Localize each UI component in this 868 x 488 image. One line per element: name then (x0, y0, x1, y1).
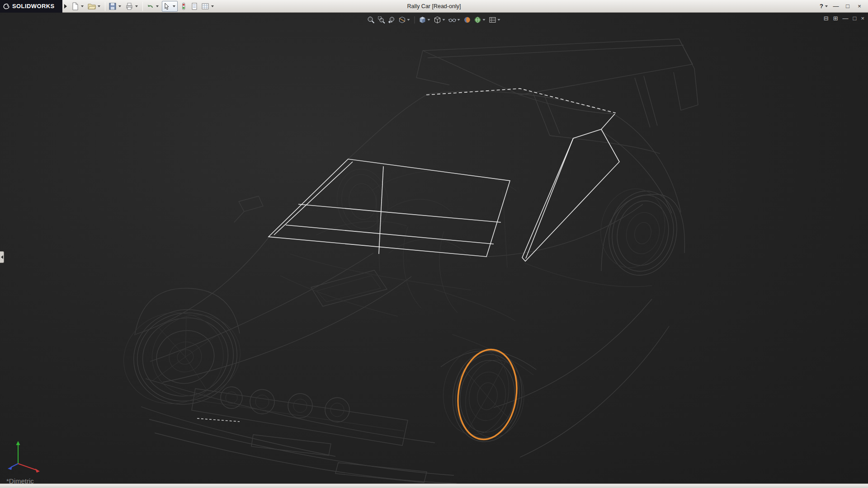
options-table-icon (201, 2, 209, 10)
new-dropdown-caret[interactable] (81, 5, 84, 7)
rear-left-wheel (333, 166, 392, 237)
view-settings-caret[interactable] (498, 19, 500, 21)
solidworks-logo: SOLIDWORKS (0, 0, 62, 13)
z-axis-arrow (8, 464, 18, 470)
zoom-to-fit-icon (367, 16, 375, 24)
doc-restore-icon[interactable]: □ (853, 14, 857, 23)
toolbar-separator (142, 2, 143, 11)
save-dropdown-caret[interactable] (118, 5, 121, 7)
help-icon: ? (820, 3, 823, 9)
previous-view-button[interactable] (387, 15, 396, 24)
front-left-wheel (113, 297, 251, 418)
new-document-icon (71, 2, 79, 10)
zoom-to-area-button[interactable] (377, 15, 386, 24)
open-folder-icon (88, 2, 96, 10)
solidworks-logo-icon (3, 3, 10, 10)
section-view-caret[interactable] (407, 19, 410, 21)
edit-appearance-sphere-icon (463, 16, 472, 24)
view-orientation-label: *Dimetric (6, 477, 34, 483)
close-button[interactable]: × (854, 2, 864, 11)
status-bar (0, 483, 868, 488)
save-button[interactable] (108, 1, 123, 12)
open-dropdown-caret[interactable] (98, 5, 100, 7)
menu-expand-arrow[interactable] (64, 4, 67, 9)
zoom-to-fit-button[interactable] (367, 15, 376, 24)
brand-text: SOLIDWORKS (12, 3, 55, 9)
view-orientation-cube-icon (419, 16, 427, 24)
file-properties-button[interactable] (189, 1, 199, 12)
split-horizontal-icon[interactable]: ⊟ (824, 14, 829, 23)
doc-close-icon[interactable]: × (861, 14, 864, 23)
apply-scene-globe-icon (474, 16, 482, 24)
view-orientation-button[interactable] (418, 15, 432, 24)
select-button[interactable] (162, 1, 178, 12)
help-dropdown-caret[interactable] (825, 5, 828, 7)
zoom-to-area-icon (377, 16, 386, 24)
save-floppy-icon (108, 2, 117, 10)
rebuild-traffic-light-icon (179, 2, 188, 10)
roof-edge-highlight (426, 89, 616, 113)
hide-show-glasses-icon (448, 16, 457, 24)
main-toolbar (70, 0, 217, 13)
apply-scene-button[interactable] (473, 15, 487, 24)
section-view-icon (398, 16, 406, 24)
view-settings-icon (489, 16, 497, 24)
undo-dropdown-caret[interactable] (156, 5, 159, 7)
chevron-left-icon (1, 255, 3, 259)
previous-view-icon (388, 16, 396, 24)
select-cursor-icon (163, 2, 171, 10)
print-dropdown-caret[interactable] (135, 5, 138, 7)
close-icon: × (858, 3, 861, 9)
help-button[interactable]: ? (820, 3, 829, 9)
minimize-icon: — (833, 3, 839, 9)
window-controls: ? — □ × (820, 2, 868, 11)
display-style-button[interactable] (433, 15, 447, 24)
section-view-button[interactable] (398, 15, 411, 24)
print-button[interactable] (124, 1, 140, 12)
select-dropdown-caret[interactable] (173, 5, 175, 7)
graphics-viewport[interactable]: ⊟ ⊞ — □ × *Dimetric (0, 13, 868, 483)
document-window-controls: ⊟ ⊞ — □ × (824, 14, 864, 23)
titlebar: SOLIDWORKS (0, 0, 868, 13)
hide-show-caret[interactable] (458, 19, 460, 21)
edit-appearance-button[interactable] (463, 15, 472, 24)
heads-up-view-toolbar (364, 14, 505, 25)
display-style-caret[interactable] (443, 19, 445, 21)
undo-icon (146, 2, 154, 10)
toolbar-separator (105, 2, 105, 11)
hud-separator (415, 16, 415, 23)
file-properties-icon (190, 2, 198, 10)
maximize-button[interactable]: □ (843, 2, 853, 11)
reference-triad (4, 438, 49, 475)
open-button[interactable] (87, 1, 103, 12)
doc-minimize-icon[interactable]: — (843, 14, 849, 23)
undo-button[interactable] (145, 1, 161, 12)
new-button[interactable] (70, 1, 86, 12)
wireframe-model (0, 13, 868, 483)
y-axis-arrow (16, 441, 20, 464)
rebuild-button[interactable] (179, 1, 189, 12)
options-dropdown-caret[interactable] (211, 5, 214, 7)
x-axis-arrow (18, 464, 40, 473)
panel-collapse-tab[interactable] (0, 251, 4, 263)
apply-scene-caret[interactable] (483, 19, 486, 21)
view-settings-button[interactable] (488, 15, 502, 24)
split-vertical-icon[interactable]: ⊞ (833, 14, 838, 23)
print-icon (125, 2, 133, 10)
display-style-wireframe-icon (434, 16, 442, 24)
maximize-icon: □ (846, 3, 849, 9)
hide-show-items-button[interactable] (448, 15, 462, 24)
minimize-button[interactable]: — (831, 2, 841, 11)
options-button[interactable] (200, 1, 216, 12)
view-orientation-caret[interactable] (428, 19, 430, 21)
